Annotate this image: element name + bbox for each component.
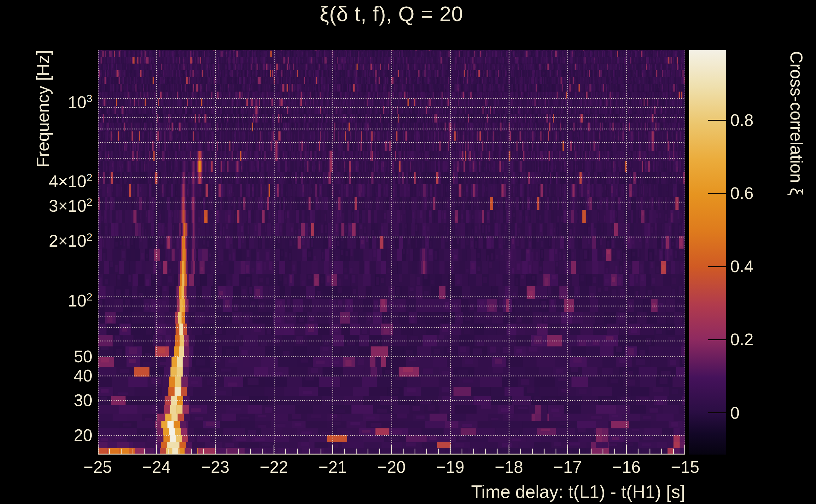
colorbar-tick-mark xyxy=(708,193,726,194)
x-tick-label: −22 xyxy=(249,457,299,477)
colorbar-tick-label: 0.2 xyxy=(730,330,778,349)
figure: ξ(δ t, f), Q = 20 Frequency [Hz] Time de… xyxy=(0,0,816,504)
y-tick-label: 102 xyxy=(13,287,92,306)
y-tick-label: 20 xyxy=(13,426,92,445)
x-tick-label: −25 xyxy=(72,457,123,477)
x-tick-label: −18 xyxy=(484,457,534,477)
colorbar-tick-mark xyxy=(708,339,726,340)
y-tick-label: 50 xyxy=(13,347,92,366)
spectrogram-canvas xyxy=(98,50,685,455)
colorbar-tick-label: 0.8 xyxy=(730,111,778,130)
plot-title: ξ(δ t, f), Q = 20 xyxy=(98,2,685,26)
x-tick-label: −17 xyxy=(542,457,593,477)
x-tick-label: −20 xyxy=(366,457,417,477)
colorbar-tick-label: 0.6 xyxy=(730,184,778,203)
colorbar-tick-mark xyxy=(708,266,726,267)
y-tick-label: 2×102 xyxy=(13,227,92,247)
x-axis-title: Time delay: t(L1) - t(H1) [s] xyxy=(98,481,685,502)
x-tick-label: −21 xyxy=(308,457,358,477)
y-tick-label: 30 xyxy=(13,391,92,410)
x-tick-label: −16 xyxy=(601,457,652,477)
x-tick-label: −19 xyxy=(425,457,475,477)
y-tick-label: 40 xyxy=(13,366,92,386)
y-tick-label: 103 xyxy=(13,89,92,108)
y-tick-label: 4×102 xyxy=(13,168,92,187)
x-tick-label: −15 xyxy=(660,457,710,477)
colorbar-tick-label: 0 xyxy=(730,403,778,423)
x-tick-label: −23 xyxy=(190,457,241,477)
y-tick-label: 3×102 xyxy=(13,192,92,212)
colorbar-tick-mark xyxy=(708,120,726,121)
x-tick-label: −24 xyxy=(131,457,181,477)
colorbar-gradient xyxy=(689,50,726,455)
colorbar-tick-mark xyxy=(708,412,726,413)
colorbar-title: Cross-correlation ξ xyxy=(786,51,807,196)
colorbar-tick-label: 0.4 xyxy=(730,257,778,276)
